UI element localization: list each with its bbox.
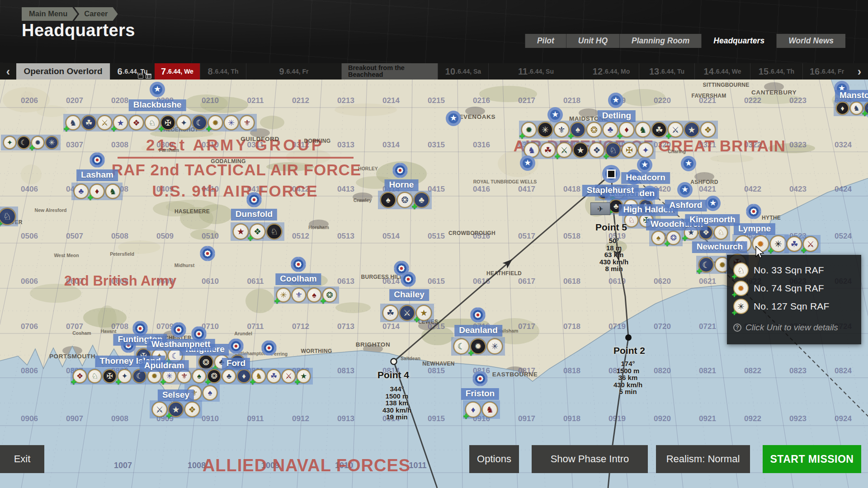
unit-emblem[interactable]: ♞✚	[66, 115, 80, 130]
airfield-marker[interactable]	[200, 246, 215, 261]
airfield-marker-headcorn[interactable]: ★	[637, 157, 652, 173]
airfield-label-chailey[interactable]: Chailey	[389, 289, 429, 301]
airfield-label-friston[interactable]: Friston	[461, 388, 499, 400]
unit-emblem[interactable]: ❂✚	[666, 231, 680, 245]
airfield-label-detling[interactable]: Detling	[598, 110, 636, 122]
unit-emblem[interactable]: ♞	[482, 402, 498, 418]
airfield-marker-coolham[interactable]	[291, 257, 306, 272]
unit-emblem[interactable]: ❖	[700, 122, 716, 137]
unit-emblem[interactable]: ✳	[538, 122, 553, 137]
unit-emblem[interactable]: ♘	[714, 225, 728, 239]
airfield-label-dunsfold[interactable]: Dunsfold	[231, 209, 277, 221]
unit-emblem[interactable]: ♣	[222, 369, 236, 383]
unit-emblem[interactable]: ❖✚	[250, 224, 265, 239]
tab-planning-room[interactable]: Planning Room	[619, 34, 701, 48]
unit-emblem[interactable]: ✹✚	[208, 115, 223, 130]
unit-emblem[interactable]: ♣✚	[414, 192, 429, 208]
timeline-date-7[interactable]: 7.6.44, We	[155, 63, 200, 80]
unit-emblem[interactable]: ☾✚	[698, 257, 714, 272]
unit-emblem[interactable]: ✦	[638, 142, 653, 158]
unit-emblem[interactable]: ♠	[651, 231, 665, 245]
unit-emblem[interactable]: ♘	[266, 224, 282, 239]
airfield-marker[interactable]	[394, 261, 409, 276]
tooltip-squadron-no-74-sqn-raf[interactable]: ✹✚No. 74 Sqn RAF	[727, 279, 861, 297]
unit-emblem[interactable]: ♦✚	[465, 402, 481, 418]
unit-emblem[interactable]: ☘	[81, 115, 96, 130]
unit-emblem[interactable]: ⚜	[554, 122, 569, 137]
unit-emblem[interactable]: ☘	[540, 142, 556, 158]
airfield-label-ashford[interactable]: Ashford	[665, 200, 707, 211]
airfield-marker-ford[interactable]	[228, 338, 244, 354]
airfield-marker-lasham[interactable]	[90, 152, 105, 168]
unit-emblem[interactable]: ❂✚	[207, 369, 221, 383]
timeline-date-6[interactable]: 6.6.44, Tu	[110, 63, 155, 80]
unit-emblem[interactable]: ☾	[453, 338, 469, 354]
airfield-marker-deanland[interactable]	[470, 307, 486, 323]
tab-unit-hq[interactable]: Unit HQ	[566, 34, 619, 48]
unit-emblem[interactable]: ☘	[267, 369, 281, 383]
timeline-next-icon[interactable]: ›	[851, 63, 868, 80]
unit-emblem[interactable]: ♘✚	[605, 142, 621, 158]
unit-emblem[interactable]: ☘✚	[864, 102, 868, 115]
timeline-date-16[interactable]: 16.6.44, Fr	[802, 63, 851, 80]
timeline-date-14[interactable]: 14.6.44, We	[694, 63, 750, 80]
unit-emblem[interactable]: ✠✚	[160, 115, 175, 130]
unit-emblem[interactable]: ⚜	[240, 115, 255, 130]
breadcrumb-career[interactable]: Career	[74, 7, 118, 21]
unit-emblem[interactable]: ♦	[237, 369, 251, 383]
unit-emblem[interactable]: ✹✚	[470, 338, 486, 354]
unit-emblem[interactable]: ☾	[17, 136, 30, 149]
airfield-label-kingsnorth[interactable]: Kingsnorth	[685, 214, 740, 226]
airfield-label-apuldram[interactable]: Apuldram	[140, 360, 189, 372]
airfield-marker-kingsnorth[interactable]: ★	[705, 196, 721, 211]
airfield-marker-dunsfold[interactable]	[246, 192, 262, 207]
unit-emblem[interactable]: ❖✚	[73, 369, 87, 383]
airfield-marker-staplehurst[interactable]	[602, 165, 620, 183]
airfield-marker[interactable]: ★	[446, 111, 461, 126]
airfield-marker-blackbushe[interactable]: ★	[150, 82, 165, 97]
unit-emblem[interactable]: ✳	[45, 136, 58, 149]
unit-emblem[interactable]: ❂	[586, 122, 602, 137]
unit-emblem[interactable]: ⚜	[292, 288, 306, 302]
unit-emblem[interactable]: ☾	[192, 115, 207, 130]
unit-emblem[interactable]: ♞	[635, 122, 651, 137]
airfield-label-staplehurst[interactable]: Staplehurst	[582, 185, 639, 197]
timeline-prev-icon[interactable]: ‹	[0, 63, 16, 80]
realism-normal-button[interactable]: Realism: Normal	[656, 445, 750, 473]
show-phase-intro-button[interactable]: Show Phase Intro	[532, 445, 648, 473]
airfield-label-lasham[interactable]: Lasham	[76, 169, 118, 181]
unit-emblem[interactable]: ★	[573, 142, 588, 158]
unit-emblem[interactable]: ♠	[192, 369, 206, 383]
unit-emblem[interactable]: ❖	[184, 402, 200, 417]
timeline-date-11[interactable]: 11.6.44, Su	[488, 63, 583, 80]
unit-emblem[interactable]: ☘	[787, 236, 802, 252]
unit-emblem[interactable]: ⚔	[399, 305, 415, 321]
airfield-label-lympne[interactable]: Lympne	[734, 223, 775, 235]
unit-emblem[interactable]: ★✚	[168, 402, 184, 417]
aircraft-photo-thumbnail[interactable]: ✈	[590, 202, 610, 215]
campaign-map[interactable]: 0206020702080209021002110212021302140215…	[0, 80, 868, 488]
airfield-marker[interactable]: ★	[681, 156, 696, 171]
airfield-label-manston[interactable]: Manston	[835, 90, 868, 102]
unit-emblem[interactable]: ⚔✚	[668, 122, 683, 137]
airfield-label-deanland[interactable]: Deanland	[454, 325, 502, 337]
unit-emblem[interactable]: ❂✚	[322, 288, 337, 302]
airfield-label-headcorn[interactable]: Headcorn	[621, 172, 670, 184]
airfield-marker-friston[interactable]	[472, 371, 488, 386]
unit-emblem[interactable]: ★✚	[416, 305, 432, 321]
unit-emblem[interactable]: ✦	[176, 115, 191, 130]
airfield-label-selsey[interactable]: Selsey	[158, 389, 194, 401]
airfield-marker-detling[interactable]: ★	[608, 93, 623, 108]
airfield-marker-lympne[interactable]	[746, 204, 761, 219]
exit-button[interactable]: Exit	[0, 445, 44, 473]
unit-emblem[interactable]: ★	[233, 224, 249, 239]
breadcrumb-main-menu[interactable]: Main Menu	[22, 7, 77, 21]
unit-emblem[interactable]: ♠	[380, 192, 396, 208]
airfield-label-ford[interactable]: Ford	[222, 358, 250, 370]
unit-emblem[interactable]: ★	[684, 122, 699, 137]
unit-emblem[interactable]: ♞	[105, 184, 120, 199]
airfield-label-blackbushe[interactable]: Blackbushe	[129, 99, 186, 111]
unit-emblem[interactable]: ✳✚	[276, 288, 291, 302]
tab-headquarters[interactable]: Headquarters	[701, 34, 776, 48]
tooltip-squadron-no-33-sqn-raf[interactable]: ♘✚No. 33 Sqn RAF	[727, 261, 861, 279]
